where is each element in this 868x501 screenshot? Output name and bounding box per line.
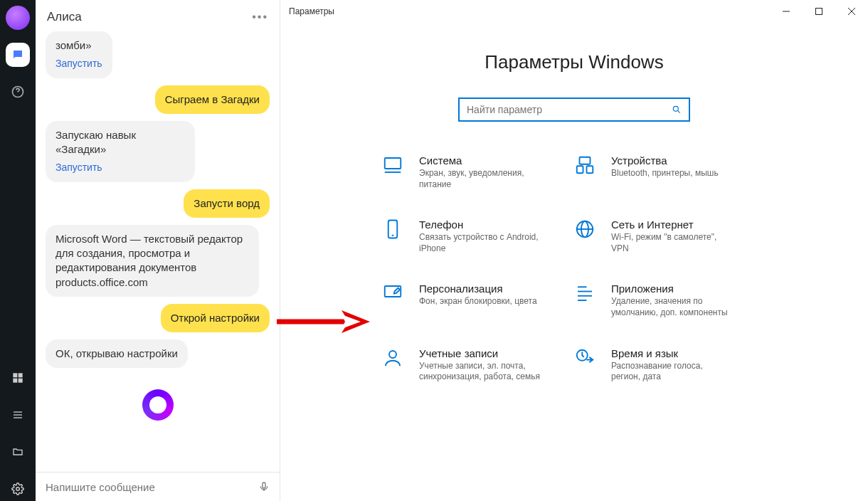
search-input[interactable] xyxy=(467,104,672,115)
settings-tile-apps[interactable]: ПриложенияУдаление, значения по умолчани… xyxy=(574,283,766,318)
help-icon[interactable] xyxy=(6,80,30,104)
chat-panel: Алиса ••• зомби» Запустить Сыграем в Заг… xyxy=(36,0,280,501)
chat-input-bar xyxy=(36,472,280,501)
close-button[interactable] xyxy=(835,0,868,23)
svg-line-15 xyxy=(677,110,679,112)
tile-subtitle: Bluetooth, принтеры, мышь xyxy=(611,168,719,179)
devices-icon xyxy=(574,154,598,179)
chat-icon[interactable] xyxy=(6,43,30,67)
svg-rect-16 xyxy=(385,158,401,169)
svg-rect-4 xyxy=(18,379,23,383)
tile-subtitle: Wi-Fi, режим "в самолете", VPN xyxy=(611,232,732,254)
tile-title: Система xyxy=(419,154,540,167)
bot-message: зомби» Запустить xyxy=(46,31,112,78)
phone-icon xyxy=(382,218,406,243)
user-message: Запусти ворд xyxy=(184,189,270,218)
settings-tile-phone[interactable]: ТелефонСвязать устройство с Android, iPh… xyxy=(382,218,574,254)
tile-subtitle: Удаление, значения по умолчанию, доп. ко… xyxy=(611,296,732,318)
settings-heading: Параметры Windows xyxy=(485,51,663,73)
svg-rect-19 xyxy=(577,166,583,173)
settings-tile-devices[interactable]: УстройстваBluetooth, принтеры, мышь xyxy=(574,154,766,190)
chat-header: Алиса ••• xyxy=(36,0,280,31)
time-lang-icon xyxy=(574,347,598,371)
launch-link[interactable]: Запустить xyxy=(55,161,102,174)
tile-title: Телефон xyxy=(419,218,540,231)
mic-icon[interactable] xyxy=(258,480,270,494)
tile-title: Время и язык xyxy=(611,347,732,359)
message-text: Запускаю навык «Загадки» xyxy=(55,128,185,157)
minimize-button[interactable] xyxy=(770,0,803,23)
settings-search[interactable] xyxy=(458,97,690,122)
monitor-icon xyxy=(382,154,406,179)
tile-subtitle: Связать устройство с Android, iPhone xyxy=(419,232,540,254)
message-text: зомби» xyxy=(55,38,102,53)
settings-tile-account[interactable]: Учетные записиУчетные записи, эл. почта,… xyxy=(382,347,574,383)
tile-title: Сеть и Интернет xyxy=(611,218,732,231)
window-title: Параметры xyxy=(289,6,334,16)
settings-grid: СистемаЭкран, звук, уведомления, питание… xyxy=(382,154,766,383)
launch-link[interactable]: Запустить xyxy=(55,57,102,70)
svg-rect-3 xyxy=(13,379,17,383)
tile-title: Учетные записи xyxy=(419,347,540,359)
settings-tile-monitor[interactable]: СистемаЭкран, звук, уведомления, питание xyxy=(382,154,574,190)
svg-rect-2 xyxy=(18,373,23,377)
chat-title: Алиса xyxy=(47,10,82,24)
settings-tile-personalize[interactable]: ПерсонализацияФон, экран блокировки, цве… xyxy=(382,283,574,318)
tile-subtitle: Экран, звук, уведомления, питание xyxy=(419,168,540,190)
svg-rect-18 xyxy=(580,157,591,164)
tile-subtitle: Распознавание голоса, регион, дата xyxy=(611,361,732,383)
globe-icon xyxy=(574,218,598,243)
titlebar: Параметры xyxy=(280,0,868,23)
apps-icon xyxy=(574,283,598,307)
svg-rect-11 xyxy=(816,9,822,15)
nav-rail xyxy=(0,0,36,501)
svg-point-14 xyxy=(673,106,678,111)
settings-window: Параметры Параметры Windows СистемаЭкран… xyxy=(280,0,868,501)
settings-tile-time-lang[interactable]: Время и языкРаспознавание голоса, регион… xyxy=(574,347,766,383)
tile-subtitle: Учетные записи, эл. почта, синхронизация… xyxy=(419,361,540,383)
folder-icon[interactable] xyxy=(6,440,30,464)
svg-point-8 xyxy=(16,487,20,491)
bot-message: Microsoft Word — текстовый редактор для … xyxy=(46,225,259,297)
maximize-button[interactable] xyxy=(803,0,835,23)
window-controls xyxy=(770,0,868,23)
tile-title: Приложения xyxy=(611,283,732,295)
search-icon xyxy=(672,105,682,115)
settings-tile-globe[interactable]: Сеть и ИнтернетWi-Fi, режим "в самолете"… xyxy=(574,218,766,254)
user-message: Открой настройки xyxy=(161,304,270,332)
voice-orb-icon[interactable] xyxy=(142,389,174,421)
account-icon xyxy=(382,347,406,371)
user-message: Сыграем в Загадки xyxy=(155,85,270,114)
svg-point-31 xyxy=(389,351,396,358)
bot-message: Запускаю навык «Загадки» Запустить xyxy=(46,121,195,182)
tile-title: Персонализация xyxy=(419,283,537,295)
svg-rect-9 xyxy=(263,482,265,488)
settings-body: Параметры Windows СистемаЭкран, звук, ув… xyxy=(280,23,868,501)
list-icon[interactable] xyxy=(6,403,30,427)
start-icon[interactable] xyxy=(6,366,30,390)
menu-dots-icon[interactable]: ••• xyxy=(252,11,268,23)
tile-title: Устройства xyxy=(611,154,719,167)
message-input[interactable] xyxy=(46,481,251,493)
personalize-icon xyxy=(382,283,406,307)
tile-subtitle: Фон, экран блокировки, цвета xyxy=(419,296,537,307)
gear-icon[interactable] xyxy=(6,477,30,501)
svg-rect-1 xyxy=(13,373,17,377)
alisa-orb-icon[interactable] xyxy=(6,6,30,30)
message-list: зомби» Запустить Сыграем в Загадки Запус… xyxy=(36,31,280,472)
svg-rect-20 xyxy=(587,166,593,173)
bot-message: ОК, открываю настройки xyxy=(46,339,188,368)
